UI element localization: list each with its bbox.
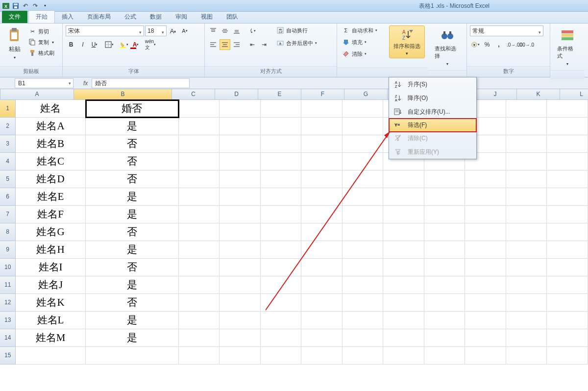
cell-J9[interactable] <box>465 241 506 259</box>
cell-L5[interactable] <box>547 171 588 188</box>
col-header-G[interactable]: G <box>344 89 388 100</box>
cell-A12[interactable]: 姓名K <box>16 294 85 312</box>
cell-E1[interactable] <box>261 100 302 118</box>
row-header-11[interactable]: 11 <box>0 276 16 294</box>
fill-button[interactable]: 填充▾ <box>340 37 379 47</box>
fx-icon[interactable]: fx <box>83 80 88 87</box>
cell-L8[interactable] <box>547 223 588 241</box>
cell-D3[interactable] <box>220 135 261 153</box>
cell-F5[interactable] <box>301 171 343 188</box>
accounting-button[interactable]: ¥▾ <box>470 39 481 50</box>
cell-L2[interactable] <box>547 118 588 135</box>
cell-D12[interactable] <box>220 294 261 312</box>
border-button[interactable]: ▾ <box>104 39 115 50</box>
cell-F13[interactable] <box>301 312 343 329</box>
cell-G13[interactable] <box>343 312 384 329</box>
cell-E13[interactable] <box>261 312 302 329</box>
cell-D10[interactable] <box>220 259 261 276</box>
cell-G6[interactable] <box>343 188 384 206</box>
cell-H8[interactable] <box>383 223 424 241</box>
cell-G5[interactable] <box>343 171 384 188</box>
phonetic-button[interactable]: wén文▾ <box>145 39 156 50</box>
cell-D6[interactable] <box>220 188 261 206</box>
cell-L12[interactable] <box>547 294 588 312</box>
cell-C2[interactable] <box>179 118 220 135</box>
undo-icon[interactable]: ↶ <box>22 2 29 10</box>
cell-A4[interactable]: 姓名C <box>16 153 85 171</box>
cell-A13[interactable]: 姓名L <box>16 312 85 329</box>
decrease-indent-button[interactable]: ⇤ <box>247 39 258 50</box>
cell-I5[interactable] <box>424 171 466 188</box>
cell-A3[interactable]: 姓名B <box>16 135 85 153</box>
cell-C1[interactable] <box>179 100 220 118</box>
cell-J8[interactable] <box>465 223 506 241</box>
cell-A1[interactable]: 姓名 <box>16 100 85 118</box>
cell-B10[interactable]: 否 <box>86 259 179 276</box>
cell-I15[interactable] <box>424 347 466 365</box>
col-header-J[interactable]: J <box>474 89 517 100</box>
tab-view[interactable]: 视图 <box>194 11 220 23</box>
cell-D7[interactable] <box>220 206 261 223</box>
cell-E11[interactable] <box>261 276 302 294</box>
row-header-7[interactable]: 7 <box>0 206 16 223</box>
tab-team[interactable]: 团队 <box>220 11 245 23</box>
tab-data[interactable]: 数据 <box>143 11 169 23</box>
cell-D2[interactable] <box>220 118 261 135</box>
sort-filter-button[interactable]: AZ 排序和筛选 ▾ <box>389 25 425 58</box>
cell-I12[interactable] <box>424 294 466 312</box>
cell-I13[interactable] <box>424 312 466 329</box>
cell-B8[interactable]: 否 <box>86 223 179 241</box>
cell-A10[interactable]: 姓名I <box>16 259 85 276</box>
cell-E9[interactable] <box>261 241 302 259</box>
number-format-combo[interactable]: 常规 <box>470 25 543 36</box>
menu-custom-sort[interactable]: 自定义排序(U)... <box>389 105 476 119</box>
cell-H11[interactable] <box>383 276 424 294</box>
cell-J10[interactable] <box>465 259 506 276</box>
cell-C10[interactable] <box>179 259 220 276</box>
decrease-decimal-button[interactable]: .00→.0 <box>521 39 532 50</box>
cell-G15[interactable] <box>343 347 384 365</box>
qat-dropdown-icon[interactable]: ▾ <box>41 2 49 10</box>
row-header-15[interactable]: 15 <box>0 347 16 365</box>
name-box[interactable]: B1 <box>15 78 74 88</box>
cell-B7[interactable]: 是 <box>86 206 179 223</box>
cell-D15[interactable] <box>220 347 261 365</box>
font-size-combo[interactable]: 18 <box>145 25 167 36</box>
wrap-text-button[interactable]: abc↲自动换行 <box>274 25 319 35</box>
menu-sort-desc[interactable]: ZA降序(O) <box>389 91 476 105</box>
cell-F9[interactable] <box>301 241 343 259</box>
cell-F2[interactable] <box>301 118 343 135</box>
cell-E4[interactable] <box>261 153 302 171</box>
cell-C13[interactable] <box>179 312 220 329</box>
cell-I6[interactable] <box>424 188 466 206</box>
cell-C9[interactable] <box>179 241 220 259</box>
cell-K8[interactable] <box>506 223 547 241</box>
row-header-1[interactable]: 1 <box>0 100 16 118</box>
cell-J15[interactable] <box>465 347 506 365</box>
cell-F7[interactable] <box>301 206 343 223</box>
cell-E3[interactable] <box>261 135 302 153</box>
tab-formula[interactable]: 公式 <box>118 11 143 23</box>
tab-review[interactable]: 审阅 <box>169 11 194 23</box>
row-header-9[interactable]: 9 <box>0 241 16 259</box>
cell-B2[interactable]: 是 <box>86 118 179 135</box>
conditional-format-button[interactable]: 条件格式 ▾ <box>553 25 582 68</box>
cell-L1[interactable] <box>547 100 588 118</box>
cell-A6[interactable]: 姓名E <box>16 188 85 206</box>
cell-L13[interactable] <box>547 312 588 329</box>
align-right-button[interactable] <box>231 39 242 50</box>
cell-D5[interactable] <box>220 171 261 188</box>
cell-B13[interactable]: 是 <box>86 312 179 329</box>
cell-K5[interactable] <box>506 171 547 188</box>
cell-G2[interactable] <box>343 118 384 135</box>
col-header-K[interactable]: K <box>517 89 560 100</box>
cell-D8[interactable] <box>220 223 261 241</box>
cell-L3[interactable] <box>547 135 588 153</box>
align-middle-button[interactable] <box>220 25 230 36</box>
clear-button[interactable]: 清除▾ <box>340 49 379 59</box>
cell-L7[interactable] <box>547 206 588 223</box>
col-header-L[interactable]: L <box>560 89 588 100</box>
cell-D14[interactable] <box>220 329 261 347</box>
col-header-A[interactable]: A <box>0 89 74 100</box>
cell-I8[interactable] <box>424 223 466 241</box>
